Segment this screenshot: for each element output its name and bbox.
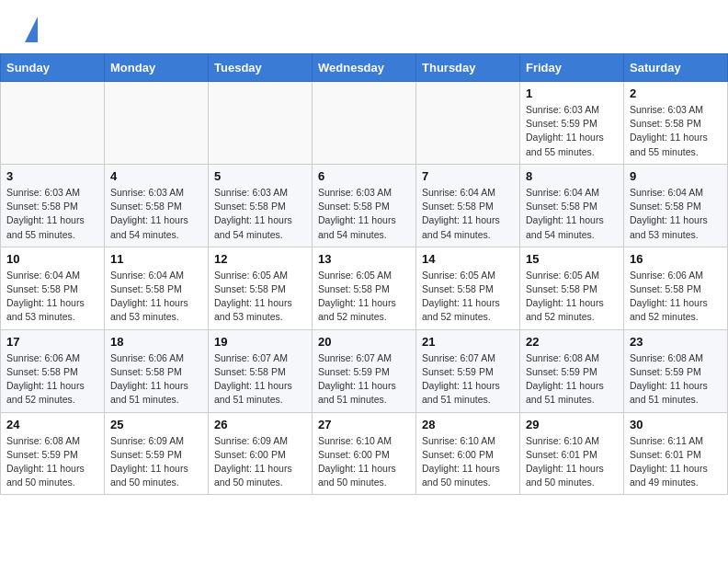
calendar-day-cell: 9Sunrise: 6:04 AM Sunset: 5:58 PM Daylig… bbox=[624, 164, 728, 247]
calendar-day-cell bbox=[105, 82, 209, 165]
day-number: 23 bbox=[630, 335, 722, 349]
calendar-day-cell: 21Sunrise: 6:07 AM Sunset: 5:59 PM Dayli… bbox=[416, 329, 520, 412]
calendar-week-row: 10Sunrise: 6:04 AM Sunset: 5:58 PM Dayli… bbox=[1, 247, 728, 329]
day-info: Sunrise: 6:04 AM Sunset: 5:58 PM Dayligh… bbox=[630, 186, 722, 242]
calendar-day-cell: 12Sunrise: 6:05 AM Sunset: 5:58 PM Dayli… bbox=[209, 247, 313, 329]
day-number: 22 bbox=[526, 335, 618, 349]
day-number: 3 bbox=[6, 169, 98, 183]
day-number: 29 bbox=[526, 418, 618, 431]
day-number: 17 bbox=[6, 335, 98, 349]
day-info: Sunrise: 6:06 AM Sunset: 5:58 PM Dayligh… bbox=[6, 351, 98, 408]
logo-triangle-icon bbox=[25, 17, 38, 42]
day-number: 20 bbox=[318, 335, 410, 349]
day-info: Sunrise: 6:11 AM Sunset: 6:01 PM Dayligh… bbox=[630, 434, 722, 490]
day-info: Sunrise: 6:05 AM Sunset: 5:58 PM Dayligh… bbox=[526, 269, 618, 325]
day-info: Sunrise: 6:08 AM Sunset: 5:59 PM Dayligh… bbox=[630, 351, 722, 408]
calendar-day-cell: 18Sunrise: 6:06 AM Sunset: 5:58 PM Dayli… bbox=[105, 329, 209, 412]
day-info: Sunrise: 6:08 AM Sunset: 5:59 PM Dayligh… bbox=[6, 434, 98, 490]
day-info: Sunrise: 6:07 AM Sunset: 5:59 PM Dayligh… bbox=[318, 351, 410, 408]
calendar-day-cell: 3Sunrise: 6:03 AM Sunset: 5:58 PM Daylig… bbox=[1, 164, 105, 247]
day-info: Sunrise: 6:04 AM Sunset: 5:58 PM Dayligh… bbox=[526, 186, 618, 242]
day-number: 12 bbox=[214, 252, 306, 266]
day-number: 14 bbox=[422, 252, 514, 266]
calendar-day-cell: 5Sunrise: 6:03 AM Sunset: 5:58 PM Daylig… bbox=[209, 164, 313, 247]
day-number: 25 bbox=[110, 418, 202, 431]
calendar-day-cell bbox=[209, 82, 313, 165]
day-info: Sunrise: 6:05 AM Sunset: 5:58 PM Dayligh… bbox=[422, 269, 514, 325]
day-number: 6 bbox=[318, 169, 410, 183]
day-info: Sunrise: 6:10 AM Sunset: 6:00 PM Dayligh… bbox=[318, 434, 410, 490]
day-info: Sunrise: 6:04 AM Sunset: 5:58 PM Dayligh… bbox=[422, 186, 514, 242]
day-info: Sunrise: 6:03 AM Sunset: 5:59 PM Dayligh… bbox=[526, 103, 618, 159]
day-info: Sunrise: 6:06 AM Sunset: 5:58 PM Dayligh… bbox=[110, 351, 202, 408]
day-info: Sunrise: 6:09 AM Sunset: 6:00 PM Dayligh… bbox=[214, 434, 306, 490]
calendar-day-cell: 14Sunrise: 6:05 AM Sunset: 5:58 PM Dayli… bbox=[416, 247, 520, 329]
calendar-col-header: Friday bbox=[520, 54, 624, 82]
calendar-week-row: 24Sunrise: 6:08 AM Sunset: 5:59 PM Dayli… bbox=[1, 412, 728, 495]
logo bbox=[22, 17, 38, 44]
calendar-day-cell: 19Sunrise: 6:07 AM Sunset: 5:58 PM Dayli… bbox=[209, 329, 313, 412]
day-number: 16 bbox=[630, 252, 722, 266]
day-info: Sunrise: 6:05 AM Sunset: 5:58 PM Dayligh… bbox=[214, 269, 306, 325]
day-info: Sunrise: 6:09 AM Sunset: 5:59 PM Dayligh… bbox=[110, 434, 202, 490]
page-header bbox=[0, 0, 728, 53]
day-info: Sunrise: 6:07 AM Sunset: 5:58 PM Dayligh… bbox=[214, 351, 306, 408]
calendar-day-cell: 30Sunrise: 6:11 AM Sunset: 6:01 PM Dayli… bbox=[624, 412, 728, 495]
calendar-day-cell: 24Sunrise: 6:08 AM Sunset: 5:59 PM Dayli… bbox=[1, 412, 105, 495]
day-info: Sunrise: 6:04 AM Sunset: 5:58 PM Dayligh… bbox=[6, 269, 98, 325]
calendar-col-header: Monday bbox=[105, 54, 209, 82]
day-info: Sunrise: 6:03 AM Sunset: 5:58 PM Dayligh… bbox=[110, 186, 202, 242]
calendar-col-header: Saturday bbox=[624, 54, 728, 82]
calendar-week-row: 3Sunrise: 6:03 AM Sunset: 5:58 PM Daylig… bbox=[1, 164, 728, 247]
day-info: Sunrise: 6:06 AM Sunset: 5:58 PM Dayligh… bbox=[630, 269, 722, 325]
calendar-day-cell: 10Sunrise: 6:04 AM Sunset: 5:58 PM Dayli… bbox=[1, 247, 105, 329]
calendar-day-cell: 22Sunrise: 6:08 AM Sunset: 5:59 PM Dayli… bbox=[520, 329, 624, 412]
calendar-week-row: 1Sunrise: 6:03 AM Sunset: 5:59 PM Daylig… bbox=[1, 82, 728, 165]
day-info: Sunrise: 6:10 AM Sunset: 6:01 PM Dayligh… bbox=[526, 434, 618, 490]
calendar-header-row: SundayMondayTuesdayWednesdayThursdayFrid… bbox=[1, 54, 728, 82]
calendar-table: SundayMondayTuesdayWednesdayThursdayFrid… bbox=[0, 53, 728, 495]
calendar-day-cell: 8Sunrise: 6:04 AM Sunset: 5:58 PM Daylig… bbox=[520, 164, 624, 247]
calendar-day-cell: 23Sunrise: 6:08 AM Sunset: 5:59 PM Dayli… bbox=[624, 329, 728, 412]
calendar-day-cell: 28Sunrise: 6:10 AM Sunset: 6:00 PM Dayli… bbox=[416, 412, 520, 495]
day-info: Sunrise: 6:03 AM Sunset: 5:58 PM Dayligh… bbox=[318, 186, 410, 242]
calendar-day-cell: 11Sunrise: 6:04 AM Sunset: 5:58 PM Dayli… bbox=[105, 247, 209, 329]
calendar-day-cell: 29Sunrise: 6:10 AM Sunset: 6:01 PM Dayli… bbox=[520, 412, 624, 495]
calendar-col-header: Tuesday bbox=[209, 54, 313, 82]
day-number: 26 bbox=[214, 418, 306, 431]
day-number: 28 bbox=[422, 418, 514, 431]
day-info: Sunrise: 6:05 AM Sunset: 5:58 PM Dayligh… bbox=[318, 269, 410, 325]
calendar-col-header: Wednesday bbox=[313, 54, 416, 82]
day-number: 24 bbox=[6, 418, 98, 431]
calendar-day-cell: 6Sunrise: 6:03 AM Sunset: 5:58 PM Daylig… bbox=[313, 164, 416, 247]
day-info: Sunrise: 6:08 AM Sunset: 5:59 PM Dayligh… bbox=[526, 351, 618, 408]
calendar-day-cell: 4Sunrise: 6:03 AM Sunset: 5:58 PM Daylig… bbox=[105, 164, 209, 247]
day-number: 8 bbox=[526, 169, 618, 183]
day-number: 7 bbox=[422, 169, 514, 183]
day-number: 5 bbox=[214, 169, 306, 183]
calendar-day-cell: 7Sunrise: 6:04 AM Sunset: 5:58 PM Daylig… bbox=[416, 164, 520, 247]
day-number: 27 bbox=[318, 418, 410, 431]
day-number: 13 bbox=[318, 252, 410, 266]
calendar-day-cell bbox=[313, 82, 416, 165]
day-info: Sunrise: 6:03 AM Sunset: 5:58 PM Dayligh… bbox=[214, 186, 306, 242]
day-number: 4 bbox=[110, 169, 202, 183]
calendar-day-cell: 27Sunrise: 6:10 AM Sunset: 6:00 PM Dayli… bbox=[313, 412, 416, 495]
day-number: 30 bbox=[630, 418, 722, 431]
day-number: 2 bbox=[630, 86, 722, 100]
calendar-day-cell: 17Sunrise: 6:06 AM Sunset: 5:58 PM Dayli… bbox=[1, 329, 105, 412]
day-info: Sunrise: 6:04 AM Sunset: 5:58 PM Dayligh… bbox=[110, 269, 202, 325]
day-number: 10 bbox=[6, 252, 98, 266]
day-number: 1 bbox=[526, 86, 618, 100]
day-number: 21 bbox=[422, 335, 514, 349]
day-info: Sunrise: 6:03 AM Sunset: 5:58 PM Dayligh… bbox=[630, 103, 722, 159]
calendar-col-header: Sunday bbox=[1, 54, 105, 82]
day-number: 9 bbox=[630, 169, 722, 183]
calendar-col-header: Thursday bbox=[416, 54, 520, 82]
day-number: 19 bbox=[214, 335, 306, 349]
calendar-day-cell: 25Sunrise: 6:09 AM Sunset: 5:59 PM Dayli… bbox=[105, 412, 209, 495]
calendar-day-cell bbox=[1, 82, 105, 165]
calendar-day-cell: 1Sunrise: 6:03 AM Sunset: 5:59 PM Daylig… bbox=[520, 82, 624, 165]
day-info: Sunrise: 6:03 AM Sunset: 5:58 PM Dayligh… bbox=[6, 186, 98, 242]
calendar-day-cell: 16Sunrise: 6:06 AM Sunset: 5:58 PM Dayli… bbox=[624, 247, 728, 329]
